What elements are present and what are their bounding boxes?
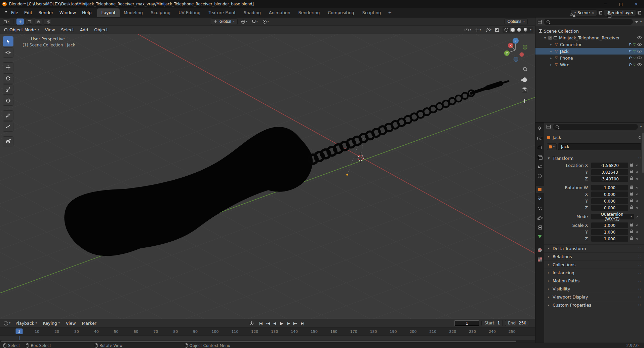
- tab-view-layer[interactable]: [536, 153, 544, 161]
- timeline-play[interactable]: ▶: [278, 320, 285, 326]
- workspace-tab[interactable]: Compositing: [324, 8, 358, 17]
- shading-rendered-button[interactable]: [523, 28, 528, 32]
- visibility-eye-icon[interactable]: [637, 43, 642, 46]
- current-frame-field[interactable]: 1: [454, 320, 479, 326]
- zoom-button[interactable]: [520, 64, 529, 73]
- collapsed-section[interactable]: ▸ Viewport Display ∷: [544, 293, 644, 301]
- navigation-gizmo[interactable]: Z X Y: [500, 34, 531, 65]
- collapsed-section[interactable]: ▸ Collections ∷: [544, 260, 644, 269]
- topbar-menu[interactable]: Edit: [21, 8, 35, 17]
- expand-arrow-icon[interactable]: ▸: [550, 43, 553, 46]
- drag-handle-icon[interactable]: ∷: [638, 287, 641, 291]
- drag-handle-icon[interactable]: ∷: [638, 279, 641, 283]
- workspace-tab[interactable]: UV Editing: [174, 8, 204, 17]
- tool-select-box[interactable]: [3, 36, 13, 46]
- topbar-menu[interactable]: File: [8, 8, 21, 17]
- animate-dot-icon[interactable]: [636, 231, 638, 233]
- transform-orientation-dropdown[interactable]: Global▾: [211, 19, 238, 25]
- outliner-item-jack[interactable]: ▸ ▽ Jack ▽: [535, 48, 644, 55]
- expand-arrow-icon[interactable]: ▸: [550, 50, 553, 53]
- outliner-item-scene-collection[interactable]: Scene Collection: [535, 28, 644, 34]
- animate-dot-icon[interactable]: [636, 187, 638, 188]
- tab-constraints[interactable]: [536, 223, 544, 231]
- drag-handle-icon[interactable]: ∷: [638, 303, 641, 307]
- properties-scrollbar[interactable]: [642, 133, 644, 173]
- drag-handle-icon[interactable]: ∷: [638, 156, 641, 161]
- tab-modifiers[interactable]: [536, 195, 544, 203]
- lock-icon[interactable]: [630, 164, 633, 167]
- tool-annotate[interactable]: [3, 110, 13, 120]
- pan-button[interactable]: [520, 75, 529, 84]
- timeline-menu[interactable]: Playback▾: [12, 319, 40, 327]
- outliner-search[interactable]: [544, 19, 633, 25]
- drag-handle-icon[interactable]: ∷: [638, 254, 641, 259]
- tool-transform[interactable]: [3, 96, 13, 106]
- timeline-prev-frame[interactable]: ◀: [272, 321, 277, 326]
- select-mode-tweak[interactable]: [16, 19, 24, 25]
- gizmo-axis-y-negative[interactable]: [523, 45, 527, 49]
- playhead[interactable]: 1: [16, 328, 23, 334]
- value-field[interactable]: 3.82643: [591, 169, 628, 175]
- value-field[interactable]: -1.56820: [591, 163, 628, 168]
- lock-icon[interactable]: [630, 207, 633, 209]
- collapsed-section[interactable]: ▸ Visibility ∷: [544, 285, 644, 293]
- lock-icon[interactable]: [630, 178, 633, 180]
- rotation-mode-dropdown[interactable]: Quaternion (WXYZ)▾: [591, 214, 634, 219]
- tab-object[interactable]: [536, 186, 544, 193]
- tool-move[interactable]: [3, 62, 13, 72]
- tab-scene[interactable]: [536, 163, 544, 170]
- tool-cursor[interactable]: [3, 47, 13, 58]
- outliner-item-connector[interactable]: ▸ ▽ Connector ▽: [535, 41, 644, 48]
- workspace-tab[interactable]: Rendering: [294, 8, 324, 17]
- workspace-tab[interactable]: Modeling: [120, 8, 147, 17]
- workspace-tab[interactable]: Sculpting: [147, 8, 174, 17]
- tool-measure[interactable]: [3, 121, 13, 132]
- value-field[interactable]: 1.000: [591, 185, 628, 190]
- cable-jack-connector[interactable]: [471, 81, 509, 93]
- select-mode-box[interactable]: [26, 19, 33, 25]
- filter-icon[interactable]: [635, 21, 638, 23]
- animate-dot-icon[interactable]: [636, 200, 638, 202]
- options-dropdown[interactable]: Options▾: [505, 19, 528, 25]
- orthographic-toggle-button[interactable]: [520, 97, 529, 105]
- tab-data[interactable]: [536, 233, 544, 240]
- gizmo-axis-x-negative[interactable]: [520, 53, 524, 57]
- dropdown-arrow-icon[interactable]: ▾: [640, 126, 642, 128]
- lock-icon[interactable]: [630, 171, 633, 173]
- outliner-search-input[interactable]: [552, 20, 630, 24]
- lock-icon[interactable]: [630, 231, 633, 233]
- object-name-field[interactable]: Jack: [558, 143, 641, 150]
- timeline-editor-type-button[interactable]: ▾: [2, 320, 12, 326]
- workspace-tab[interactable]: Animation: [265, 8, 294, 17]
- select-mode-lasso[interactable]: [44, 19, 51, 25]
- tab-tool[interactable]: [536, 125, 544, 133]
- pin-icon[interactable]: [638, 136, 642, 139]
- window-minimize[interactable]: ─: [598, 0, 613, 8]
- timeline-scrollbar[interactable]: [0, 340, 535, 343]
- timeline-ruler[interactable]: 1020304050607080901001101201301401501601…: [0, 327, 535, 336]
- properties-search-input[interactable]: [561, 125, 635, 129]
- outliner-editor-icon[interactable]: [538, 20, 542, 24]
- new-scene-button[interactable]: [599, 11, 602, 14]
- collapsed-section[interactable]: ▸ Delta Transform ∷: [544, 244, 644, 252]
- timeline-jump-to-end[interactable]: ▶|: [299, 321, 306, 326]
- end-frame-field[interactable]: End 250: [505, 320, 529, 326]
- viewport-menu[interactable]: Add: [77, 26, 91, 34]
- lock-icon[interactable]: [630, 193, 633, 196]
- timeline-prev-keyframe[interactable]: •◀: [264, 321, 272, 326]
- outliner-item-wire[interactable]: ▸ ▽ Wire ▽: [535, 61, 644, 68]
- animate-dot-icon[interactable]: [636, 224, 638, 226]
- shading-dropdown[interactable]: ▾: [529, 28, 532, 32]
- collection-checkbox[interactable]: ✓: [548, 36, 552, 40]
- expand-arrow-icon[interactable]: ▸: [550, 63, 553, 66]
- animate-dot-icon[interactable]: [636, 178, 638, 180]
- viewport-canvas[interactable]: [0, 34, 535, 319]
- camera-view-button[interactable]: [520, 86, 529, 95]
- workspace-tab[interactable]: Scripting: [358, 8, 385, 17]
- tab-particles[interactable]: [536, 205, 544, 212]
- xray-toggle[interactable]: [494, 27, 500, 32]
- viewport-menu[interactable]: Object: [91, 26, 111, 34]
- viewport-3d[interactable]: User Perspective (1) Scene Collection | …: [0, 34, 535, 319]
- drag-handle-icon[interactable]: ∷: [638, 246, 641, 251]
- value-field[interactable]: 1.000: [591, 222, 628, 228]
